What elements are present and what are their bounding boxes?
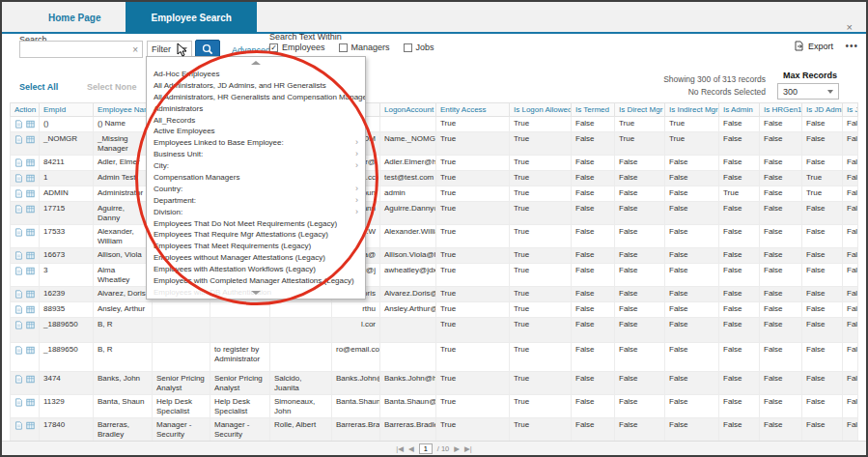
clear-search-icon[interactable]: × (128, 44, 142, 55)
details-grid-icon[interactable] (26, 227, 35, 238)
search-input[interactable] (20, 44, 128, 54)
jd-document-icon[interactable] (14, 227, 23, 238)
dropdown-item[interactable]: Employees with Attestation Workflows (Le… (147, 264, 365, 275)
dropdown-item[interactable]: Employees Linked to Base Employee:› (147, 137, 365, 149)
table-row[interactable]: _NOMGR_Missing ManagerNOMName._NOMGR@lTr… (11, 132, 858, 156)
checkbox-jobs[interactable]: Jobs (404, 43, 434, 52)
details-grid-icon[interactable] (26, 204, 35, 214)
export-button[interactable]: Export (794, 41, 833, 51)
pagination-prev-icon[interactable]: ◀ (408, 444, 414, 453)
jd-document-icon[interactable] (14, 204, 23, 214)
checkbox-employees[interactable]: ✓ Employees (269, 43, 325, 52)
col-header-is-termed[interactable]: Is Termed (572, 103, 615, 117)
col-header-is-direct-mgr[interactable]: Is Direct Mgr (615, 103, 665, 117)
details-grid-icon[interactable] (26, 289, 35, 300)
dropdown-item[interactable]: All Administrators, JD Admins, and HR Ge… (147, 80, 365, 92)
dropdown-item[interactable]: Department:› (147, 195, 365, 207)
jd-document-icon[interactable] (14, 320, 23, 330)
jd-document-icon[interactable] (14, 266, 23, 276)
dropdown-item[interactable]: Compensation Managers (147, 172, 365, 184)
dropdown-item[interactable]: Ad-Hoc Employees (147, 69, 365, 80)
dropdown-item[interactable]: All_Records (147, 115, 365, 127)
table-row[interactable]: 17715Aguirre, DannyDannAguirre.Danny@hTr… (11, 202, 858, 225)
details-grid-icon[interactable] (26, 119, 35, 129)
details-grid-icon[interactable] (26, 374, 35, 385)
details-grid-icon[interactable] (26, 173, 35, 184)
more-options-button[interactable]: ••• (845, 41, 858, 51)
dropdown-scroll-up[interactable] (147, 57, 365, 69)
jd-document-icon[interactable] (14, 374, 23, 385)
jd-document-icon[interactable] (14, 157, 23, 168)
table-row[interactable]: 1Admin Testst.cctest@test.comTrueTrueFal… (11, 171, 858, 186)
tab-employee-search[interactable]: Employee Search (126, 2, 256, 34)
col-header-is-j[interactable]: Is J (843, 103, 858, 117)
col-header-is-logon-allowed[interactable]: Is Logon Allowed (510, 103, 572, 117)
col-header-is-admin[interactable]: Is Admin (719, 103, 760, 117)
table-row[interactable]: 16239Alvarez, DorisDorisAlvarez.Doris@hr… (11, 287, 858, 302)
table-row[interactable]: 3474Banks, JohnSenior Pricing AnalystSen… (11, 372, 858, 395)
pagination-first-icon[interactable]: |◀ (396, 444, 404, 453)
tab-home-page[interactable]: Home Page (23, 2, 126, 34)
jd-document-icon[interactable] (14, 188, 23, 199)
jd-document-icon[interactable] (14, 119, 23, 129)
dropdown-item[interactable]: City:› (147, 160, 365, 172)
jd-document-icon[interactable] (14, 173, 23, 184)
table-row[interactable]: _1889650B, Rl.corTrueTrueFalseFalseFalse… (11, 318, 858, 343)
select-all-link[interactable]: Select All (19, 82, 58, 92)
col-header-logonaccount[interactable]: LogonAccount (380, 103, 436, 117)
table-row[interactable]: 3Alma Wheatleyry@jawheatley@jdxpeTrueTru… (11, 264, 858, 287)
details-grid-icon[interactable] (26, 250, 35, 261)
table-row[interactable]: ADMINAdministratoryounadminTrueTrueFalse… (11, 186, 858, 202)
col-header-empid[interactable]: EmpId (40, 103, 94, 117)
col-header-is-jd-admin[interactable]: Is JD Admin (802, 103, 843, 117)
dropdown-item[interactable]: Employees That Meet Requirements (Legacy… (147, 241, 365, 252)
dropdown-scroll-down[interactable] (147, 287, 365, 299)
details-grid-icon[interactable] (26, 266, 35, 276)
table-row[interactable]: ()() NameTrueTrueFalseTrueTrueFalseFalse… (11, 117, 858, 132)
table-row[interactable]: _1889650B, Rto register by Administrator… (11, 343, 858, 372)
jd-document-icon[interactable] (14, 420, 23, 431)
details-grid-icon[interactable] (26, 157, 35, 168)
jd-document-icon[interactable] (14, 304, 23, 315)
table-row[interactable]: 84211Adler, Elmermer@Adler.Elmer@hrtmTru… (11, 156, 858, 171)
checkbox-managers[interactable]: Managers (339, 43, 390, 52)
table-row[interactable]: 17840Barreras, BradleyManager - Security… (11, 418, 858, 442)
details-grid-icon[interactable] (26, 188, 35, 199)
dropdown-item[interactable]: Division:› (147, 207, 365, 218)
max-records-select[interactable]: 300 (777, 83, 839, 100)
table-row[interactable]: 88935Ansley, ArthurrthuAnsley.Arthur@hrT… (11, 302, 858, 318)
col-header-is-indirect-mgr[interactable]: Is Indirect Mgr (665, 103, 719, 117)
jd-document-icon[interactable] (14, 345, 23, 356)
col-header-action[interactable]: Action (11, 103, 40, 117)
dropdown-item[interactable]: Active Employees (147, 126, 365, 137)
col-header-employee-name[interactable]: Employee Name (94, 103, 153, 117)
details-grid-icon[interactable] (26, 304, 35, 315)
dropdown-item[interactable]: Employees That Do Not Meet Requirements … (147, 218, 365, 230)
dropdown-item[interactable]: Business Unit:› (147, 149, 365, 160)
table-row[interactable]: 17533Alexander, Williamr.WAlexander.Will… (11, 225, 858, 248)
pagination-page-input[interactable] (419, 443, 433, 454)
details-grid-icon[interactable] (26, 420, 35, 431)
pagination-next-icon[interactable]: ▶ (454, 444, 460, 453)
pagination-last-icon[interactable]: ▶| (464, 444, 472, 453)
details-grid-icon[interactable] (26, 397, 35, 408)
close-icon[interactable]: × (847, 21, 853, 33)
table-row[interactable]: 11329Banta, ShaunHelp Desk SpecialistHel… (11, 395, 858, 418)
dropdown-item[interactable]: Employees That Require Mgr Attestations … (147, 229, 365, 241)
col-header-is-hrgen1[interactable]: Is HRGen1 (760, 103, 802, 117)
jd-document-icon[interactable] (14, 134, 23, 145)
dropdown-item[interactable]: Country:› (147, 184, 365, 195)
jd-document-icon[interactable] (14, 397, 23, 408)
table-row[interactable]: 16673Allison, Violaiola@Allison.Viola@hr… (11, 248, 858, 264)
jd-document-icon[interactable] (14, 289, 23, 300)
details-grid-icon[interactable] (26, 134, 35, 145)
dropdown-item[interactable]: Administrators (147, 103, 365, 115)
details-grid-icon[interactable] (26, 345, 35, 356)
details-grid-icon[interactable] (26, 320, 35, 330)
dropdown-item[interactable]: Employees without Manager Attestations (… (147, 252, 365, 264)
dropdown-item[interactable]: Employees with Completed Manager Attesta… (147, 275, 365, 287)
col-header-entity-access[interactable]: Entity Access (436, 103, 510, 117)
jd-document-icon[interactable] (14, 250, 23, 261)
dropdown-item[interactable]: All Administrators, HR Generalists and C… (147, 92, 365, 103)
advanced-link[interactable]: Advanced (232, 45, 270, 55)
